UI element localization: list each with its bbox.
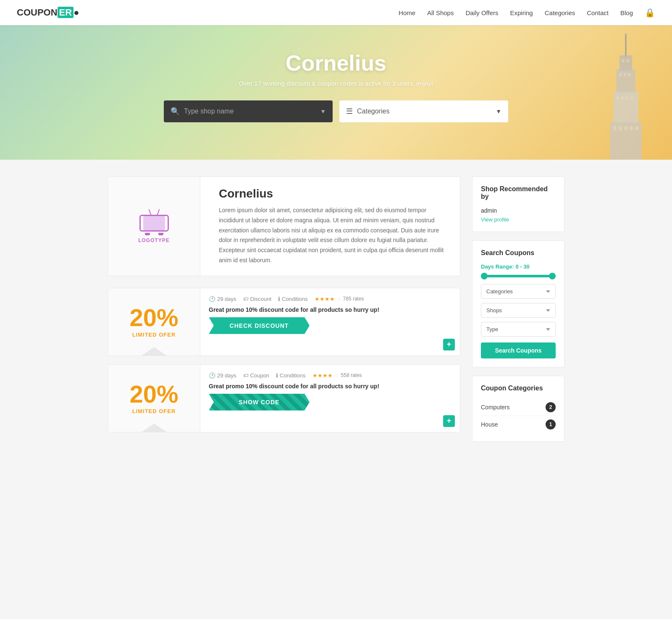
category-count-house: 1 bbox=[546, 419, 556, 429]
coupon-right-2: 🕐 29 days 🏷 Coupon ℹ Conditions ★★★★☆ 55… bbox=[200, 365, 460, 432]
svg-rect-15 bbox=[619, 126, 622, 130]
main-content: LOGOTYPE Cornelius Lorem ipsum dolor sit… bbox=[101, 176, 571, 450]
svg-rect-18 bbox=[635, 126, 639, 130]
svg-rect-1 bbox=[620, 55, 632, 71]
category-item-computers[interactable]: Computers 2 bbox=[481, 399, 556, 416]
nav-blog[interactable]: Blog bbox=[620, 9, 633, 16]
tag-icon-2: 🏷 bbox=[243, 372, 249, 379]
view-profile-link[interactable]: View profile bbox=[481, 216, 509, 223]
shops-filter[interactable]: Shops Cornelius Amazon eBay bbox=[481, 303, 556, 318]
days-range-label: Days Range: 0 - 30 bbox=[481, 263, 556, 270]
hero-search-row: 🔍 ▼ ☰ Categories ▼ bbox=[164, 100, 508, 122]
category-item-house[interactable]: House 1 bbox=[481, 416, 556, 433]
clock-icon-2: 🕐 bbox=[209, 372, 215, 379]
coupon-limited-2: LIMITED OFER bbox=[132, 408, 176, 414]
svg-rect-8 bbox=[624, 73, 626, 76]
nav-links: Home All Shops Daily Offers Expiring Cat… bbox=[399, 8, 655, 18]
coupon-type-1: 🏷 Discount bbox=[243, 296, 272, 302]
info-icon: ℹ bbox=[278, 296, 280, 302]
categories-chevron-icon: ▼ bbox=[496, 108, 501, 115]
category-label-house: House bbox=[481, 421, 498, 428]
coupon-left-2: 20% LIMITED OFER bbox=[108, 365, 200, 432]
hero-section: Cornelius Over 17 working discount & cou… bbox=[0, 25, 672, 160]
coupon-days-2: 🕐 29 days bbox=[209, 372, 236, 379]
svg-rect-16 bbox=[624, 126, 627, 130]
days-range-value: 0 - 30 bbox=[515, 263, 529, 270]
hero-building-illustration bbox=[580, 25, 672, 160]
coupon-card-1: 20% LIMITED OFER 🕐 29 days 🏷 Discount ℹ bbox=[108, 288, 460, 356]
coupon-meta-1: 🕐 29 days 🏷 Discount ℹ Conditions ★★★★☆ … bbox=[209, 296, 452, 302]
coupon-type-2: 🏷 Coupon bbox=[243, 372, 270, 379]
tv-logo-icon bbox=[137, 209, 171, 235]
category-label-computers: Computers bbox=[481, 404, 509, 411]
search-coupons-card: Search Coupons Days Range: 0 - 30 Catego… bbox=[472, 240, 564, 367]
svg-rect-9 bbox=[628, 73, 631, 76]
stars-filled-2: ★★★★ bbox=[312, 372, 333, 379]
shop-info-card: LOGOTYPE Cornelius Lorem ipsum dolor sit… bbox=[108, 176, 460, 276]
coupon-categories-title: Coupon Categories bbox=[481, 385, 556, 392]
search-icon: 🔍 bbox=[171, 107, 180, 116]
hero-search-box[interactable]: 🔍 ▼ bbox=[164, 100, 333, 122]
svg-rect-6 bbox=[627, 59, 629, 63]
range-thumb-left[interactable] bbox=[481, 273, 488, 279]
coupon-right-1: 🕐 29 days 🏷 Discount ℹ Conditions ★★★★☆ … bbox=[200, 288, 460, 356]
right-panel: Shop Recommended by admin View profile S… bbox=[472, 176, 564, 450]
check-discount-button-1[interactable]: CHECK DISCOUNT bbox=[209, 317, 310, 334]
recommended-card: Shop Recommended by admin View profile bbox=[472, 176, 564, 232]
categories-filter[interactable]: Categories Electronics Fashion Food bbox=[481, 284, 556, 299]
shop-name: Cornelius bbox=[219, 187, 452, 200]
coupon-desc-2: Great promo 10% discount code for all pr… bbox=[209, 383, 452, 390]
svg-rect-17 bbox=[630, 126, 633, 130]
shop-name-input[interactable] bbox=[184, 108, 316, 115]
show-code-button-2[interactable]: SHOW CODE bbox=[209, 394, 310, 411]
nav-all-shops[interactable]: All Shops bbox=[427, 9, 454, 16]
shop-description: Lorem ipsum dolor sit amet, consectetur … bbox=[219, 205, 452, 266]
coupon-limited-1: LIMITED OFER bbox=[132, 332, 176, 338]
category-count-computers: 2 bbox=[546, 402, 556, 412]
tag-icon: 🏷 bbox=[243, 296, 249, 302]
type-filter[interactable]: Type Coupon Discount Deal bbox=[481, 322, 556, 337]
nav-home[interactable]: Home bbox=[399, 9, 415, 16]
nav-contact[interactable]: Contact bbox=[587, 9, 609, 16]
categories-label: Categories bbox=[357, 108, 491, 115]
logo[interactable]: COUPONER● bbox=[17, 7, 79, 18]
add-coupon-button-2[interactable]: + bbox=[443, 415, 455, 427]
clock-icon: 🕐 bbox=[209, 296, 215, 302]
stars-filled-1: ★★★★ bbox=[315, 296, 335, 302]
nav-daily-offers[interactable]: Daily Offers bbox=[465, 9, 498, 16]
coupon-desc-1: Great promo 10% discount code for all pr… bbox=[209, 306, 452, 313]
svg-rect-2 bbox=[617, 69, 635, 92]
building-svg bbox=[588, 34, 664, 160]
nav-expiring[interactable]: Expiring bbox=[510, 9, 533, 16]
svg-rect-12 bbox=[626, 97, 628, 100]
coupon-card-2: 20% LIMITED OFER 🕐 29 days 🏷 Coupon ℹ bbox=[108, 364, 460, 432]
shop-desc-box: Cornelius Lorem ipsum dolor sit amet, co… bbox=[210, 177, 460, 276]
shop-logo-box: LOGOTYPE bbox=[108, 177, 200, 276]
range-slider[interactable] bbox=[481, 275, 556, 277]
logo-text: COUPONER● bbox=[17, 7, 79, 18]
svg-rect-14 bbox=[613, 126, 617, 130]
svg-rect-7 bbox=[620, 73, 622, 76]
coupon-days-1: 🕐 29 days bbox=[209, 296, 236, 302]
coupon-rating-1: ★★★★☆ 785 rates bbox=[315, 296, 364, 302]
svg-rect-0 bbox=[625, 34, 627, 57]
add-coupon-button-1[interactable]: + bbox=[443, 339, 455, 350]
coupon-rating-2: ★★★★☆ 558 rates bbox=[312, 372, 362, 379]
info-icon-2: ℹ bbox=[276, 372, 278, 379]
recommended-admin: admin bbox=[481, 207, 556, 214]
search-coupons-title: Search Coupons bbox=[481, 249, 556, 257]
nav-categories[interactable]: Categories bbox=[545, 9, 575, 16]
coupon-conditions-1: ℹ Conditions bbox=[278, 296, 307, 302]
left-panel: LOGOTYPE Cornelius Lorem ipsum dolor sit… bbox=[108, 176, 460, 450]
recommended-title: Shop Recommended by bbox=[481, 185, 556, 200]
coupon-percent-2: 20% bbox=[129, 382, 178, 406]
lock-icon[interactable]: 🔒 bbox=[645, 8, 655, 18]
categories-dropdown[interactable]: ☰ Categories ▼ bbox=[339, 100, 508, 122]
coupon-categories-card: Coupon Categories Computers 2 House 1 bbox=[472, 376, 564, 442]
navbar: COUPONER● Home All Shops Daily Offers Ex… bbox=[0, 0, 672, 25]
search-chevron-icon: ▼ bbox=[320, 108, 326, 115]
range-thumb-right[interactable] bbox=[549, 273, 556, 279]
svg-rect-13 bbox=[630, 97, 633, 100]
logotype-label: LOGOTYPE bbox=[138, 237, 170, 243]
search-coupons-button[interactable]: Search Coupons bbox=[481, 342, 556, 358]
